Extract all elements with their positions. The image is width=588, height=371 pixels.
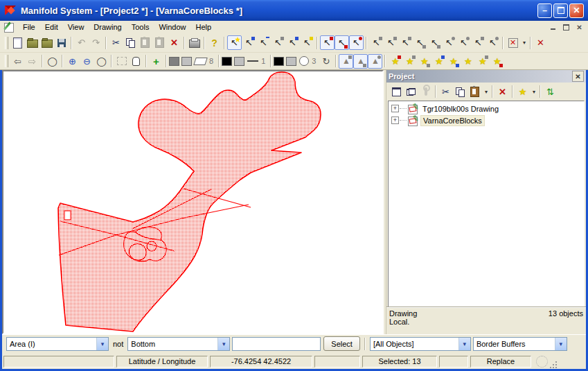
line-background-swatch[interactable] — [234, 57, 244, 66]
paste-special-button[interactable] — [152, 35, 167, 50]
select-subtract-tool[interactable]: ↖ — [256, 35, 271, 50]
project-paste-button[interactable] — [467, 85, 482, 99]
line-foreground-swatch[interactable] — [222, 57, 232, 66]
select-polygon-tool[interactable]: ↖ — [471, 35, 485, 50]
objects-combobox[interactable]: [All Objects] ▾ — [370, 337, 471, 351]
import-button[interactable] — [39, 35, 54, 50]
snap-lines-toggle[interactable]: ▲ — [353, 54, 368, 69]
edit-tool-2[interactable]: ★ — [402, 54, 417, 69]
tree-item-varnacoreblocks[interactable]: + ✎ VarnaCoreBlocks — [389, 114, 584, 126]
menu-drawing[interactable]: Drawing — [89, 21, 126, 33]
mdi-restore-button[interactable] — [560, 22, 572, 32]
menu-file[interactable]: File — [18, 21, 40, 33]
select-new-tool[interactable]: ↖ — [227, 35, 242, 50]
edit-tool-1[interactable]: ★ — [388, 54, 402, 69]
selection-mode-cell[interactable]: Replace — [470, 356, 531, 368]
tree-item-tgr109blk00s[interactable]: + ✎ Tgr109blk00s Drawing — [389, 103, 584, 114]
select-grid-tool[interactable]: ↖ — [427, 35, 442, 50]
select-centroid-tool[interactable]: ↖ — [349, 35, 364, 50]
clear-selection-button[interactable]: ✕ — [506, 35, 520, 50]
copy-button[interactable] — [123, 35, 138, 50]
tree-item-label[interactable]: Tgr109blk00s Drawing — [420, 104, 501, 114]
select-intersect-tool[interactable]: ↖ — [285, 35, 300, 50]
area-background-swatch[interactable] — [181, 57, 192, 66]
criteria-combobox[interactable]: Bottom ▾ — [127, 337, 230, 351]
paste-button[interactable] — [138, 35, 152, 50]
menu-help[interactable]: Help — [191, 21, 217, 33]
open-project-button[interactable] — [25, 35, 39, 50]
line-width-value[interactable]: 1 — [258, 57, 268, 65]
select-boolean-tool[interactable]: ↖ — [300, 35, 314, 50]
project-delete-button[interactable]: ✕ — [495, 85, 510, 99]
redo-button[interactable]: ↷ — [89, 35, 103, 50]
zoom-in-button[interactable]: ⊕ — [65, 54, 80, 69]
open-component-button[interactable] — [389, 85, 404, 99]
area-foreground-swatch[interactable] — [169, 57, 179, 66]
view-extents-button[interactable]: ◯ — [45, 54, 60, 69]
select-vertex-tool[interactable]: ↖ — [335, 35, 349, 50]
select-all-tool[interactable]: ↖ — [398, 35, 413, 50]
maximize-button[interactable] — [553, 3, 568, 18]
zoom-box-button[interactable] — [114, 54, 129, 69]
zoom-fit-button[interactable]: ◯ — [94, 54, 109, 69]
zoom-out-button[interactable]: ⊖ — [80, 54, 94, 69]
clear-selection-dropdown[interactable]: ▾ — [521, 40, 528, 46]
menu-view[interactable]: View — [63, 21, 89, 33]
point-foreground-swatch[interactable] — [274, 57, 284, 66]
project-tree[interactable]: + ✎ Tgr109blk00s Drawing + ✎ VarnaCoreBl… — [388, 101, 585, 307]
edit-tool-3[interactable]: ★ — [417, 54, 431, 69]
toolbar-grip[interactable] — [5, 37, 8, 49]
rotate-button[interactable]: ↻ — [319, 54, 333, 69]
select-invert-tool[interactable]: ↖ — [271, 35, 285, 50]
edit-tool-4[interactable]: ★ — [431, 54, 446, 69]
paste-dropdown[interactable]: ▾ — [483, 89, 490, 95]
new-project-button[interactable] — [10, 35, 25, 50]
area-style-swatch[interactable] — [193, 58, 208, 65]
tree-item-label-selected[interactable]: VarnaCoreBlocks — [420, 115, 485, 126]
select-freeform-tool[interactable]: ↖ — [485, 35, 500, 50]
chevron-down-icon[interactable]: ▾ — [555, 338, 567, 350]
edit-tool-6[interactable]: ★ — [461, 54, 475, 69]
menu-edit[interactable]: Edit — [40, 21, 63, 33]
select-box-tool[interactable]: ↖ — [384, 35, 398, 50]
drawing-canvas[interactable] — [2, 70, 384, 334]
point-background-swatch[interactable] — [286, 57, 296, 66]
selected-area-polygon[interactable] — [58, 72, 321, 331]
refresh-button[interactable]: ⇅ — [543, 85, 558, 99]
project-panel-header[interactable]: Project ✕ — [386, 70, 586, 83]
edit-tool-7[interactable]: ★ — [475, 54, 490, 69]
select-button[interactable]: Select — [323, 336, 360, 351]
create-dropdown[interactable]: ▾ — [531, 89, 537, 95]
save-button[interactable] — [54, 35, 69, 50]
mdi-minimize-button[interactable] — [547, 22, 559, 32]
select-touch-tool[interactable]: ↖ — [320, 35, 335, 50]
select-add-tool[interactable]: ↖ — [242, 35, 256, 50]
expand-icon[interactable]: + — [391, 105, 399, 112]
select-radius-tool[interactable]: ↖ — [456, 35, 471, 50]
close-button[interactable]: ✕ — [569, 3, 584, 18]
select-lasso-tool[interactable]: ↖ — [369, 35, 384, 50]
snap-areas-toggle[interactable]: ▲ — [339, 54, 353, 69]
point-size-value[interactable]: 3 — [309, 57, 319, 65]
project-cut-button[interactable]: ✂ — [438, 85, 453, 99]
field-combobox[interactable]: Area (I) ▾ — [6, 337, 109, 351]
back-button[interactable]: ⇦ — [10, 54, 25, 69]
notch-polygon[interactable] — [64, 211, 71, 220]
expand-icon[interactable]: + — [391, 117, 399, 124]
create-component-button[interactable]: ★ — [515, 85, 530, 99]
open-window-button[interactable] — [404, 85, 418, 99]
chevron-down-icon[interactable]: ▾ — [458, 338, 470, 350]
line-style-swatch[interactable] — [247, 60, 258, 62]
chevron-down-icon[interactable]: ▾ — [217, 338, 229, 350]
help-button[interactable]: ? — [207, 35, 222, 50]
toolbar-grip[interactable] — [5, 55, 8, 67]
snap-points-toggle[interactable]: ▲ — [368, 54, 382, 69]
undo-button[interactable]: ↶ — [74, 35, 89, 50]
cut-button[interactable]: ✂ — [109, 35, 123, 50]
mdi-close-button[interactable]: ✕ — [573, 22, 585, 32]
delete-selected-button[interactable]: ✕ — [533, 35, 548, 50]
saved-selection-combobox[interactable]: Border Buffers ▾ — [473, 337, 567, 351]
project-copy-button[interactable] — [453, 85, 467, 99]
select-fence-tool[interactable]: ↖ — [413, 35, 427, 50]
menu-window[interactable]: Window — [154, 21, 190, 33]
